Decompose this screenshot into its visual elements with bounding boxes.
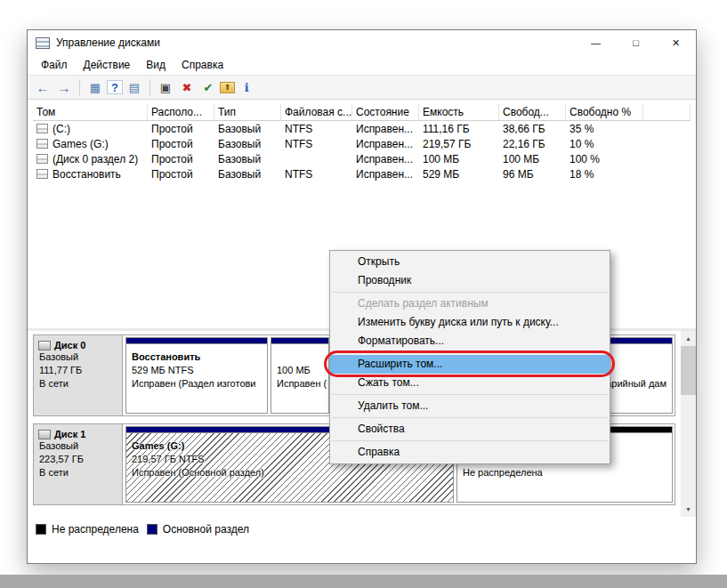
column-header-status[interactable]: Состояние xyxy=(352,104,419,120)
menu-help[interactable]: Справка xyxy=(174,57,231,73)
cell-filesystem: NTFS xyxy=(281,168,352,181)
partition-size: 100 МБ xyxy=(277,364,328,377)
minimize-button[interactable]: — xyxy=(576,30,616,55)
column-header-free[interactable]: Свобод... xyxy=(499,104,566,120)
disk1-header[interactable]: Диск 1 Базовый 223,57 ГБ В сети xyxy=(34,424,123,504)
partition-status: Исправен (Раздел изготови xyxy=(132,377,267,391)
cell-type: Базовый xyxy=(214,138,281,150)
help-icon[interactable]: ? xyxy=(107,80,123,94)
menu-separator xyxy=(332,440,608,441)
action-pane-icon[interactable]: ▤ xyxy=(125,78,144,96)
menu-file[interactable]: Файл xyxy=(33,57,76,73)
partition-recovery[interactable]: Восстановить 529 МБ NTFS Исправен (Разде… xyxy=(125,337,268,414)
disk-size: 111,77 ГБ xyxy=(34,364,122,377)
cell-free-percent: 10 % xyxy=(566,138,643,150)
context-menu-item-mark-active: Сделать раздел активным xyxy=(330,294,610,313)
volume-table: Том Располо... Тип Файловая с... Состоян… xyxy=(33,104,691,181)
table-row[interactable]: (C:) Простой Базовый NTFS Исправен... 11… xyxy=(33,121,691,136)
vertical-scrollbar[interactable]: ▲ ▼ xyxy=(681,331,696,517)
menu-separator xyxy=(332,394,608,395)
column-header-layout[interactable]: Располо... xyxy=(148,104,214,120)
legend-label: Основной раздел xyxy=(163,523,249,536)
cell-free: 96 МБ xyxy=(499,168,566,181)
cell-capacity: 100 МБ xyxy=(419,153,499,165)
legend-bar: Не распределена Основной раздел xyxy=(28,521,249,537)
menu-separator xyxy=(332,352,608,353)
toolbar: ← → ▦ ? ▤ ▣ ✖ ✔ ⬆ ℹ xyxy=(28,75,696,100)
cell-free: 22,16 ГБ xyxy=(499,138,566,150)
context-menu-item-help[interactable]: Справка xyxy=(330,443,610,462)
partition-color-strip xyxy=(271,338,328,344)
toolbar-separator xyxy=(79,79,80,95)
partition-status: Исправен (Основной раздел) xyxy=(132,466,453,479)
maximize-button[interactable]: □ xyxy=(616,30,656,55)
volume-icon xyxy=(36,139,48,149)
table-header: Том Располо... Тип Файловая с... Состоян… xyxy=(33,104,691,121)
volume-context-menu: Открыть Проводник Сделать раздел активны… xyxy=(329,250,610,464)
disk-status: В сети xyxy=(34,377,122,391)
check-volume-icon[interactable]: ✔ xyxy=(198,78,218,96)
cell-layout: Простой xyxy=(148,123,214,135)
column-header-volume[interactable]: Том xyxy=(33,104,148,120)
window-controls: — □ ✕ xyxy=(576,30,696,55)
partition-efi[interactable]: 100 МБ Исправен ( xyxy=(271,337,329,414)
context-menu-item-format[interactable]: Форматировать... xyxy=(330,332,610,350)
context-menu-item-change-letter[interactable]: Изменить букву диска или путь к диску... xyxy=(330,313,610,332)
cell-volume: Восстановить xyxy=(53,168,121,181)
column-header-capacity[interactable]: Емкость xyxy=(419,104,499,120)
unallocated-swatch-icon xyxy=(36,524,46,535)
cell-capacity: 219,57 ГБ xyxy=(419,138,499,150)
open-folder-icon[interactable]: ⬆ xyxy=(220,82,235,93)
partition-color-strip xyxy=(126,338,267,344)
volume-icon xyxy=(36,124,48,133)
properties-icon[interactable]: ℹ xyxy=(237,78,256,96)
back-icon[interactable]: ← xyxy=(33,78,53,96)
delete-volume-icon[interactable]: ✖ xyxy=(177,78,197,96)
disk-icon xyxy=(38,341,51,350)
partition-title: Восстановить xyxy=(132,350,267,364)
context-menu-item-delete-volume[interactable]: Удалить том... xyxy=(330,397,610,415)
cell-layout: Простой xyxy=(148,168,214,181)
partition-title xyxy=(277,350,328,364)
table-row[interactable]: Games (G:) Простой Базовый NTFS Исправен… xyxy=(33,136,691,151)
disk-size: 223,57 ГБ xyxy=(34,453,122,466)
console-tree-icon[interactable]: ▦ xyxy=(85,78,105,96)
cell-volume: Games (G:) xyxy=(53,138,109,150)
context-menu-item-explorer[interactable]: Проводник xyxy=(330,271,610,290)
scroll-up-icon[interactable]: ▲ xyxy=(681,331,696,346)
partition-size: 529 МБ NTFS xyxy=(132,364,267,377)
app-icon xyxy=(36,37,50,49)
cell-status: Исправен... xyxy=(352,168,419,181)
context-menu-item-open[interactable]: Открыть xyxy=(330,253,610,271)
legend-label: Не распределена xyxy=(52,523,139,536)
table-row[interactable]: Восстановить Простой Базовый NTFS Исправ… xyxy=(33,166,691,181)
disk0-header[interactable]: Диск 0 Базовый 111,77 ГБ В сети xyxy=(34,335,123,415)
menu-bar: Файл Действие Вид Справка xyxy=(28,55,696,75)
column-header-type[interactable]: Тип xyxy=(214,104,281,120)
toolbar-separator xyxy=(149,79,150,95)
menu-view[interactable]: Вид xyxy=(138,57,174,73)
cell-capacity: 529 МБ xyxy=(419,168,499,181)
context-menu-item-extend-volume[interactable]: Расширить том... xyxy=(330,355,610,374)
disk-name: Диск 1 xyxy=(54,429,85,439)
scrollbar-thumb[interactable] xyxy=(681,346,696,395)
console-window-icon[interactable]: ▣ xyxy=(156,78,175,96)
window-title: Управление дисками xyxy=(56,36,160,49)
cell-filesystem: NTFS xyxy=(281,123,352,135)
column-header-free-percent[interactable]: Свободно % xyxy=(566,104,643,120)
scroll-down-icon[interactable]: ▼ xyxy=(681,502,696,517)
context-menu-item-shrink-volume[interactable]: Сжать том... xyxy=(330,374,610,392)
column-header-filesystem[interactable]: Файловая с... xyxy=(281,104,352,120)
disk-type: Базовый xyxy=(34,350,122,364)
disk-name: Диск 0 xyxy=(54,340,85,350)
cell-capacity: 111,16 ГБ xyxy=(419,123,499,135)
menu-separator xyxy=(332,292,608,293)
cell-status: Исправен... xyxy=(352,138,419,150)
menu-separator xyxy=(332,417,608,418)
context-menu-item-properties[interactable]: Свойства xyxy=(330,420,610,439)
cell-free: 38,66 ГБ xyxy=(499,123,566,135)
menu-action[interactable]: Действие xyxy=(76,57,139,73)
forward-icon[interactable]: → xyxy=(54,78,74,96)
table-row[interactable]: (Диск 0 раздел 2) Простой Базовый Исправ… xyxy=(33,151,691,166)
close-button[interactable]: ✕ xyxy=(656,30,696,55)
